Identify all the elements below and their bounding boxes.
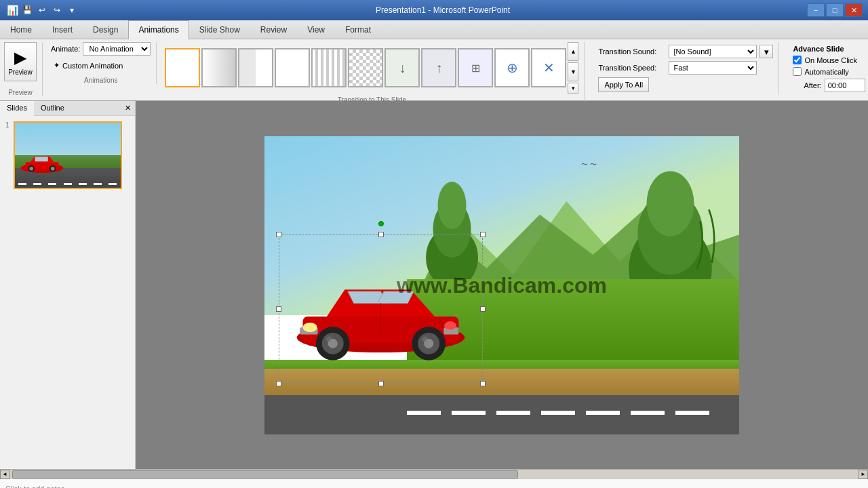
more-quick-btn[interactable]: ▾: [65, 3, 79, 17]
ts-speed-label: Transition Speed:: [598, 64, 666, 72]
panel-close-btn[interactable]: ✕: [121, 101, 135, 115]
notes-area[interactable]: Click to add notes: [0, 479, 868, 488]
horizontal-scrollbar[interactable]: ◄ ►: [0, 469, 868, 479]
svg-rect-2: [35, 157, 47, 161]
handle-tr[interactable]: [480, 232, 486, 237]
transition-push[interactable]: [238, 48, 273, 87]
title-bar-left: 📊 💾 ↩ ↪ ▾: [5, 3, 79, 17]
svg-point-24: [303, 323, 317, 332]
car-selection-box[interactable]: [279, 235, 483, 384]
transition-none[interactable]: [165, 48, 200, 87]
svg-rect-21: [390, 323, 402, 325]
slide-canvas: www.Bandicam.com: [136, 101, 868, 469]
animate-section: Animate: No Animation Appear Fade Fly In…: [51, 42, 157, 84]
automatically-label: Automatically: [804, 68, 848, 76]
animate-dropdown[interactable]: No Animation Appear Fade Fly In: [83, 42, 151, 56]
handle-br[interactable]: [480, 381, 486, 386]
svg-rect-20: [360, 323, 372, 325]
trans-scroll-down[interactable]: ▼: [568, 62, 578, 81]
transition-fade[interactable]: [201, 48, 237, 87]
scroll-right-btn[interactable]: ►: [859, 470, 868, 479]
on-mouse-click-checkbox[interactable]: [793, 56, 802, 64]
transition-wipe[interactable]: [275, 48, 310, 87]
save-quick-btn[interactable]: 💾: [20, 3, 34, 17]
tab-view[interactable]: View: [297, 20, 335, 39]
redo-quick-btn[interactable]: ↪: [50, 3, 64, 17]
custom-anim-icon: ✦: [54, 61, 60, 70]
transition-split[interactable]: [311, 48, 347, 87]
scroll-left-btn[interactable]: ◄: [0, 470, 9, 479]
slides-tab[interactable]: Slides: [0, 101, 34, 116]
tab-design[interactable]: Design: [83, 20, 128, 39]
trans-scroll-up[interactable]: ▲: [568, 42, 578, 61]
transition-plus[interactable]: ⊕: [494, 48, 530, 87]
handle-bl[interactable]: [276, 381, 281, 386]
svg-point-6: [51, 167, 55, 171]
transition-arrow-in[interactable]: ↓: [384, 48, 420, 87]
transition-arrow-out[interactable]: ↑: [421, 48, 456, 87]
undo-quick-btn[interactable]: ↩: [35, 3, 49, 17]
advance-mouse-row: On Mouse Click: [793, 56, 868, 64]
minimize-button[interactable]: −: [807, 3, 825, 17]
handle-tc[interactable]: [378, 232, 384, 237]
ts-speed-dropdown[interactable]: Fast Medium Slow: [669, 61, 757, 75]
animate-row: Animate: No Animation Appear Fade Fly In: [51, 42, 151, 56]
birds: 〜 〜: [581, 160, 597, 169]
ribbon: Home Insert Design Animations Slide Show…: [0, 20, 868, 101]
preview-section: ▶ Preview Preview: [4, 42, 43, 96]
scroll-thumb[interactable]: [12, 470, 518, 479]
transition-settings-section: Transition Sound: [No Sound] Applause Ca…: [593, 42, 779, 95]
tab-home[interactable]: Home: [0, 20, 42, 39]
svg-point-4: [29, 167, 33, 171]
handle-mr[interactable]: [480, 306, 486, 312]
ts-sound-expand[interactable]: ▾: [760, 45, 773, 58]
scroll-track: [12, 470, 856, 479]
road-line-6: [631, 411, 665, 415]
tab-format[interactable]: Format: [335, 20, 381, 39]
handle-bc[interactable]: [378, 381, 384, 386]
ribbon-content: ▶ Preview Preview Animate: No Animation …: [0, 39, 868, 100]
tab-insert[interactable]: Insert: [42, 20, 83, 39]
transition-checker[interactable]: [348, 48, 383, 87]
advance-slide-title: Advance Slide: [793, 45, 868, 53]
after-label: After:: [804, 81, 821, 89]
svg-point-25: [444, 321, 456, 329]
road-line-3: [496, 411, 530, 415]
slide-main[interactable]: 〜 〜: [264, 136, 739, 434]
trans-scroll-more[interactable]: ▾: [568, 83, 578, 94]
svg-point-33: [422, 336, 428, 342]
ts-apply-row: Apply To All: [598, 77, 773, 92]
handle-tl[interactable]: [276, 232, 281, 237]
preview-icon: ▶: [14, 48, 26, 67]
animate-label: Animate:: [51, 45, 80, 53]
close-button[interactable]: ✕: [845, 3, 863, 17]
tab-animations[interactable]: Animations: [128, 20, 189, 39]
preview-label: Preview: [8, 68, 33, 76]
advance-slide-section: Advance Slide On Mouse Click Automatical…: [787, 42, 868, 95]
custom-animation-btn[interactable]: ✦ Custom Animation: [51, 60, 151, 71]
transition-gallery-section: ↓ ↑ ⊞ ⊕ ✕ ▲ ▼ ▾ Transition to This Slide: [165, 42, 585, 104]
tab-slideshow[interactable]: Slide Show: [189, 20, 250, 39]
outline-tab[interactable]: Outline: [34, 101, 71, 115]
on-mouse-click-label: On Mouse Click: [804, 56, 857, 64]
automatically-checkbox[interactable]: [793, 67, 802, 76]
slide-thumb-image: [14, 121, 122, 189]
tab-review[interactable]: Review: [250, 20, 297, 39]
auto-time-input[interactable]: [825, 79, 865, 92]
thumb-car: [18, 150, 66, 177]
handle-ml[interactable]: [276, 306, 281, 312]
apply-to-all-button[interactable]: Apply To All: [598, 77, 649, 92]
ts-sound-dropdown[interactable]: [No Sound] Applause Camera: [669, 45, 757, 58]
transition-box[interactable]: ⊞: [458, 48, 493, 87]
transition-gallery: ↓ ↑ ⊞ ⊕ ✕ ▲ ▼ ▾: [165, 42, 578, 94]
slide-thumbnail-1[interactable]: 1: [5, 121, 130, 189]
svg-point-16: [438, 182, 467, 229]
title-bar: 📊 💾 ↩ ↪ ▾ Presentation1 - Microsoft Powe…: [0, 0, 868, 20]
maximize-button[interactable]: □: [826, 3, 844, 17]
slide-panel-tabs: Slides Outline ✕: [0, 101, 135, 116]
preview-button[interactable]: ▶ Preview: [4, 42, 37, 81]
advance-time-row: After: ▲ ▼: [793, 79, 868, 92]
ts-speed-row: Transition Speed: Fast Medium Slow: [598, 61, 773, 75]
handle-rotate[interactable]: [378, 221, 384, 226]
transition-x[interactable]: ✕: [531, 48, 566, 87]
